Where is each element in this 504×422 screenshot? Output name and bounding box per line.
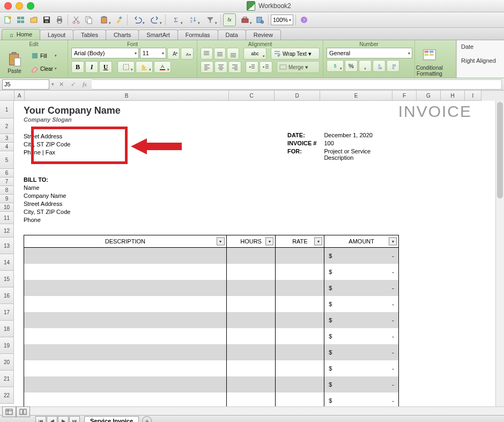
cut-button[interactable] [70,14,82,26]
cancel-formula-button[interactable]: ✕ [56,79,66,89]
next-sheet-button[interactable]: ▶ [58,416,69,422]
bold-button[interactable]: B [71,61,84,73]
row-header[interactable]: 17 [0,304,14,321]
print-button[interactable] [54,14,65,26]
zoom-window-button[interactable] [27,2,34,10]
column-header[interactable]: E [320,91,392,101]
font-size-selector[interactable]: 11 [140,48,166,58]
fill-button[interactable]: Fill [28,50,60,62]
table-row[interactable]: - [24,376,399,393]
table-header[interactable]: AMOUNT [324,235,399,248]
accept-formula-button[interactable]: ✓ [68,79,78,89]
comma-button[interactable]: , [359,60,372,72]
tab-review[interactable]: Review [246,29,281,40]
column-header[interactable]: B [25,91,229,101]
align-bottom-button[interactable] [227,48,239,60]
decrease-font-button[interactable]: A▾ [181,48,194,60]
toolbox-button[interactable] [237,14,253,26]
row-header[interactable]: 2 [0,119,14,134]
prev-sheet-button[interactable]: ◀ [47,416,57,422]
open-button[interactable] [28,14,40,26]
cell-grid[interactable]: Your Company Name Company Slogan INVOICE… [14,101,504,406]
align-center-button[interactable] [214,61,227,73]
zoom-selector[interactable]: 100% [271,14,293,25]
table-header[interactable]: DESCRIPTION [24,235,227,248]
tab-charts[interactable]: Charts [106,29,139,40]
vertical-scrollbar[interactable] [495,101,504,406]
sort-button[interactable]: AZ [185,14,201,26]
new-workbook-button[interactable]: ✶ [2,14,14,26]
help-button[interactable]: ? [298,14,310,26]
table-row[interactable]: - [24,248,399,264]
row-header[interactable]: 19 [0,337,14,354]
align-middle-button[interactable] [214,48,226,60]
column-header[interactable]: G [417,91,441,101]
tab-layout[interactable]: Layout [40,29,73,40]
tab-home[interactable]: ⌂ Home [2,29,40,40]
tab-data[interactable]: Data [218,29,246,40]
undo-button[interactable] [130,14,146,26]
table-row[interactable]: - [24,344,399,360]
align-right-button[interactable] [228,61,241,73]
filter-dropdown-button[interactable] [217,238,225,246]
align-left-button[interactable] [201,61,213,73]
autosum-button[interactable]: Σ [168,14,184,26]
fx-button[interactable]: fx [80,79,90,89]
horizontal-scrollbar[interactable] [0,406,504,415]
table-row[interactable]: - [24,296,399,312]
decrease-indent-button[interactable] [246,61,258,73]
orientation-button[interactable]: abc [243,48,266,60]
column-header[interactable]: C [229,91,275,101]
paste-bigbutton[interactable]: Paste [2,51,27,74]
italic-button[interactable]: I [85,61,98,73]
wrap-text-button[interactable]: Wrap Text▾ [271,48,320,60]
tab-smartart[interactable]: SmartArt [138,29,177,40]
column-header[interactable]: D [275,91,320,101]
table-row[interactable]: - [24,280,399,296]
save-button[interactable] [41,14,53,26]
tab-formulas[interactable]: Formulas [177,29,218,40]
close-window-button[interactable] [4,2,12,10]
copy-button[interactable] [83,14,95,26]
row-header[interactable]: 21 [0,371,14,387]
row-header[interactable]: 14 [0,254,14,271]
sheet-tab[interactable]: Service Invoice [84,416,139,422]
minimize-window-button[interactable] [16,2,23,10]
column-header[interactable]: H [441,91,465,101]
number-format-selector[interactable]: General [327,48,412,58]
currency-button[interactable]: $ [327,60,344,72]
first-sheet-button[interactable]: ⏮ [35,416,46,422]
row-header[interactable]: 5 [0,151,14,169]
row-header[interactable]: 20 [0,354,14,371]
column-header[interactable]: A [14,91,25,101]
format-painter-button[interactable] [113,14,125,26]
page-layout-view-button[interactable] [16,406,30,417]
filter-dropdown-button[interactable] [314,238,322,246]
normal-view-button[interactable] [2,406,16,417]
row-header[interactable]: 13 [0,238,14,254]
clear-button[interactable]: Clear [28,63,60,75]
align-top-button[interactable] [201,48,213,60]
table-row[interactable]: - [24,312,399,328]
row-header[interactable]: 15 [0,271,14,287]
font-name-selector[interactable]: Arial (Body) [71,48,139,58]
font-color-button[interactable]: A [154,61,171,73]
column-header[interactable]: I [465,91,481,101]
row-header[interactable]: 6 [0,169,14,177]
filter-dropdown-button[interactable] [389,238,397,246]
media-button[interactable] [254,14,266,26]
conditional-formatting-button[interactable]: Conditional Formatting [417,48,442,77]
formula-input[interactable] [92,79,502,90]
row-header[interactable]: 22 [0,387,14,404]
last-sheet-button[interactable]: ⏭ [69,416,80,422]
row-header[interactable]: 8 [0,186,14,195]
border-button[interactable] [117,61,135,73]
table-row[interactable]: - [24,264,399,280]
name-box[interactable]: J5 [2,79,49,90]
row-header[interactable]: 4 [0,143,14,151]
column-header[interactable]: F [392,91,417,101]
select-all-corner[interactable] [0,91,14,101]
row-header[interactable]: 3 [0,134,14,143]
row-header[interactable]: 12 [0,224,14,238]
row-header[interactable]: 11 [0,212,14,224]
